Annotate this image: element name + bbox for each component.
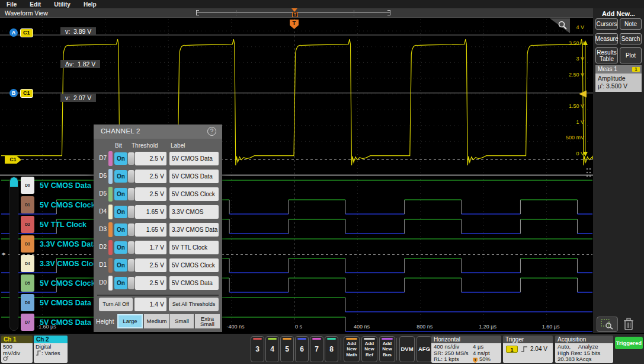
ch1-badge[interactable]: Ch 1 500 mV/div 100 MHz (1, 336, 33, 363)
digital-channel-chip-d0[interactable]: D05V CMOS Data (21, 177, 91, 194)
digital-channel-chip-d6[interactable]: D65V CMOS Data (21, 294, 91, 311)
digital-channel-chip-d7[interactable]: D75V CMOS Data (21, 314, 91, 331)
height-label: Height (96, 318, 114, 325)
channel-4-button[interactable]: 4 (265, 336, 279, 362)
cursor-a-readout[interactable]: v: 3.89 V (60, 27, 96, 36)
set-all-thresholds-button[interactable]: Set All Thresholds (169, 298, 219, 311)
add-new-title: Add New... (593, 10, 644, 17)
channel-3-button[interactable]: 3 (251, 336, 264, 362)
bit-on-toggle[interactable]: On (114, 188, 127, 200)
bit-toggle-knob[interactable] (128, 152, 134, 165)
add-new-note-button[interactable]: Note (620, 18, 642, 30)
bit-on-toggle[interactable]: On (114, 170, 127, 183)
right-sidebar: Add New... CursorsNoteMeasureSearchResul… (593, 8, 644, 333)
dvm-button[interactable]: DVM (399, 336, 415, 362)
bit-toggle-knob[interactable] (128, 206, 134, 218)
channel-5-button[interactable]: 5 (280, 336, 294, 362)
turn-all-off-button[interactable]: Turn All Off (99, 298, 133, 311)
height-option-small[interactable]: Small (170, 314, 194, 328)
add-new-math-button[interactable]: AddNewMath (344, 336, 360, 362)
menu-utility[interactable]: Utility (47, 1, 77, 8)
add-new-plot-button[interactable]: Plot (620, 47, 642, 63)
dialog-header[interactable]: CHANNEL 2 ? (94, 124, 222, 139)
bit-label-field[interactable]: 5V CMOS Data (169, 152, 219, 165)
add-new-ref-button[interactable]: AddNewRef (361, 336, 377, 362)
bit-on-toggle[interactable]: On (114, 206, 127, 218)
add-new-search-button[interactable]: Search (620, 33, 642, 44)
digital-channel-chip-d1[interactable]: D15V CMOS Clock (21, 196, 95, 213)
bit-threshold-field[interactable]: 2.5 V (135, 187, 166, 201)
bit-threshold-field[interactable]: 1.65 V (135, 223, 166, 237)
bit-label-field[interactable]: 5V CMOS Data (169, 170, 219, 183)
height-option-large[interactable]: Large (117, 314, 143, 328)
channel2-dialog[interactable]: CHANNEL 2 ? Bit Threshold Label D7On2.5 … (94, 124, 222, 332)
add-new-results-table-button[interactable]: Results Table (595, 47, 618, 63)
bit-toggle-knob[interactable] (128, 188, 134, 200)
bit-label-field[interactable]: 5V TTL Clock (169, 241, 219, 254)
cursor-b-badge[interactable]: B (9, 89, 18, 97)
bit-label-field[interactable]: 5V CMOS Clock (169, 258, 219, 272)
bit-threshold-field[interactable]: 2.5 V (135, 170, 166, 183)
add-new-measure-button[interactable]: Measure (595, 33, 618, 44)
bit-label-field[interactable]: 3.3V CMOS Clock (169, 205, 219, 219)
digital-channel-chip-d2[interactable]: D25V TTL Clock (21, 216, 86, 233)
bit-threshold-field[interactable]: 2.5 V (135, 258, 166, 272)
height-option-extra-small[interactable]: Extra Small (195, 314, 220, 328)
add-new-cursors-button[interactable]: Cursors (595, 18, 618, 30)
bit-toggle-knob[interactable] (128, 170, 134, 183)
menu-edit[interactable]: Edit (23, 1, 47, 8)
cursor-a-badge[interactable]: A (9, 28, 18, 37)
bit-label-field[interactable]: 5V CMOS Data (169, 276, 219, 290)
ch2-name: Ch 2 (34, 336, 68, 343)
meas1-body[interactable]: Amplitude µ': 3.500 V (595, 74, 642, 92)
bit-threshold-field[interactable]: 1.7 V (135, 241, 166, 254)
trigger-position-marker[interactable]: T (292, 12, 298, 17)
overview-right-bracket[interactable] (387, 10, 390, 15)
bit-name: D5 (97, 190, 107, 197)
channel-6-button[interactable]: 6 (295, 336, 309, 362)
channel-8-button[interactable]: 8 (325, 336, 338, 362)
trigger-panel[interactable]: Trigger 1 2.04 V (503, 336, 553, 363)
bit-on-toggle[interactable]: On (114, 152, 127, 165)
trash-icon[interactable] (623, 317, 635, 331)
digital-channel-chip-d5[interactable]: D55V CMOS Clock (21, 274, 95, 292)
menu-file[interactable]: File (0, 1, 23, 8)
help-icon[interactable]: ? (207, 127, 216, 136)
height-option-medium[interactable]: Medium (144, 314, 169, 328)
zoom-select-button[interactable] (597, 317, 618, 332)
bit-threshold-field[interactable]: 1.65 V (135, 205, 166, 219)
channel-7-button[interactable]: 7 (310, 336, 323, 362)
bit-on-toggle[interactable]: On (114, 241, 127, 254)
digital-channel-chip-d3[interactable]: D33.3V CMOS Data (21, 235, 97, 253)
afg-button[interactable]: AFG (416, 336, 432, 362)
menu-help[interactable]: Help (77, 1, 103, 8)
acquisition-mode: Auto, (558, 343, 571, 350)
horizontal-panel[interactable]: Horizontal 400 ns/div4 µsSR: 250 MS/s4 n… (431, 336, 501, 363)
waveform-plot-area[interactable]: T A C1 v: 3.89 V Δv: 1.82 V B C1 v: 2.07… (0, 18, 593, 333)
bit-toggle-knob[interactable] (128, 241, 134, 254)
bit-threshold-field[interactable]: 2.5 V (135, 276, 166, 290)
bit-label-field[interactable]: 3.3V CMOS Data (169, 223, 219, 237)
bit-toggle-knob[interactable] (128, 277, 134, 289)
digital-channel-chip-d4[interactable]: D43.3V CMOS Clock (21, 255, 101, 272)
acquisition-count: 20.383 kAcqs (558, 356, 611, 363)
overview-left-bracket[interactable] (196, 10, 199, 15)
bit-on-toggle[interactable]: On (114, 223, 127, 236)
all-threshold-field[interactable]: 1.4 V (134, 298, 166, 311)
cursor-b-source-chip[interactable]: C1 (20, 89, 33, 98)
bit-toggle-knob[interactable] (128, 223, 134, 236)
ch2-badge[interactable]: Ch 2 Digital : Varies (34, 336, 68, 363)
bit-label-field[interactable]: 5V CMOS Clock (169, 187, 219, 201)
add-new-bus-button[interactable]: AddNewBus (379, 336, 395, 362)
cursor-b-readout[interactable]: v: 2.07 V (60, 94, 96, 102)
bit-threshold-field[interactable]: 2.5 V (135, 152, 166, 165)
digital-group-handle[interactable] (9, 177, 18, 331)
bit-on-toggle[interactable]: On (114, 277, 127, 289)
acquisition-panel[interactable]: Acquisition Auto, Analyze High Res: 15 b… (555, 336, 613, 363)
cursor-a-source-chip[interactable]: C1 (20, 28, 33, 37)
digital-group-marker[interactable]: ◀▶ (1, 251, 5, 256)
trigger-source-badge: 1 (506, 346, 518, 353)
bit-toggle-knob[interactable] (128, 259, 134, 272)
panel-drag-handle-icon[interactable] (585, 167, 591, 179)
bit-on-toggle[interactable]: On (114, 259, 127, 272)
